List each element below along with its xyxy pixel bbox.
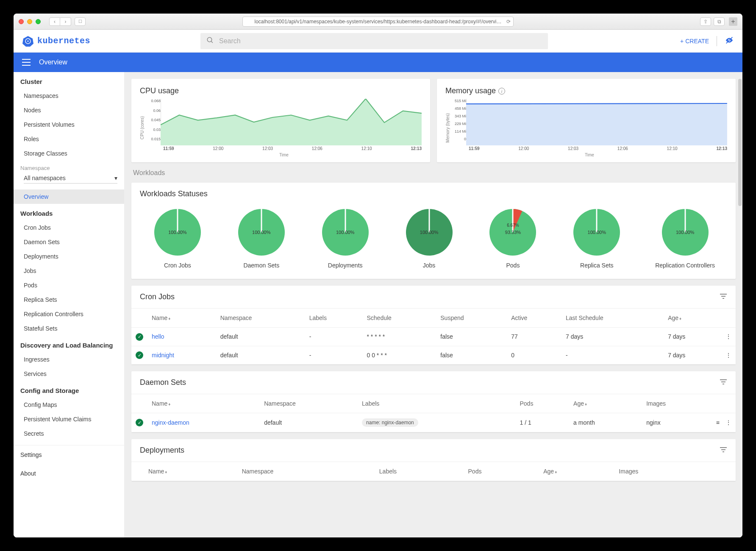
col-suspend[interactable]: Suspend (436, 309, 507, 328)
nav-forward-button[interactable]: › (60, 17, 71, 26)
table-row[interactable]: ✓ midnight default - 0 0 * * * false 0 -… (131, 346, 736, 365)
filter-icon[interactable] (720, 446, 727, 455)
logo[interactable]: kubernetes (22, 35, 90, 47)
refresh-icon[interactable]: ⟳ (506, 19, 511, 25)
col-pods[interactable]: Pods (515, 394, 569, 413)
filter-icon[interactable] (720, 292, 727, 301)
status-item[interactable]: 100.00% Replication Controllers (655, 207, 715, 269)
col-images[interactable]: Images (642, 394, 710, 413)
status-ok-icon: ✓ (136, 351, 143, 359)
menu-icon[interactable] (22, 59, 31, 66)
status-name: Replication Controllers (655, 262, 715, 269)
sidebar-item-settings[interactable]: Settings (14, 445, 124, 464)
info-icon[interactable]: i (498, 88, 505, 95)
col-namespace[interactable]: Namespace (238, 462, 375, 481)
tabs-icon[interactable]: ⧉ (714, 17, 725, 26)
sidebar-item-ingresses[interactable]: Ingresses (14, 352, 124, 367)
sidebar-item-nodes[interactable]: Nodes (14, 103, 124, 117)
share-icon[interactable]: ⇪ (700, 17, 711, 26)
add-tab-button[interactable]: + (729, 17, 737, 26)
sidebar-item-persistent-volumes[interactable]: Persistent Volumes (14, 117, 124, 132)
status-item[interactable]: 100.00% Replica Sets (571, 207, 622, 269)
namespace-select[interactable]: All namespaces ▾ (24, 175, 117, 184)
col-images[interactable]: Images (614, 462, 710, 481)
col-age[interactable]: Age♦ (569, 394, 642, 413)
visibility-off-icon[interactable] (725, 36, 734, 47)
status-name: Replica Sets (580, 262, 614, 269)
col-pods[interactable]: Pods (464, 462, 539, 481)
status-ok-icon: ✓ (136, 333, 143, 341)
status-item[interactable]: 6.67% 93.33% Pods (487, 207, 538, 269)
window-close-icon[interactable] (19, 19, 24, 24)
sidebar-item-pods[interactable]: Pods (14, 278, 124, 292)
status-donut: 100.00% (320, 207, 371, 258)
status-item[interactable]: 100.00% Daemon Sets (236, 207, 287, 269)
table-row[interactable]: ✓ nginx-daemon default name: nginx-daemo… (131, 413, 736, 432)
sidebar-item-config-maps[interactable]: Config Maps (14, 398, 124, 412)
sidebar-item-storage-classes[interactable]: Storage Classes (14, 146, 124, 161)
window-minimize-icon[interactable] (27, 19, 32, 24)
row-menu-icon[interactable]: ⋮ (721, 346, 736, 365)
sidebar-item-replica-sets[interactable]: Replica Sets (14, 292, 124, 307)
resource-link[interactable]: nginx-daemon (152, 419, 189, 426)
row-menu-icon[interactable]: ⋮ (721, 328, 736, 346)
col-name[interactable]: Name♦ (147, 394, 260, 413)
status-donut: 100.00% (236, 207, 287, 258)
sidebar-item-deployments[interactable]: Deployments (14, 249, 124, 264)
page-title-bar: Overview (14, 53, 742, 72)
table-row[interactable]: ✓ hello default - * * * * * false 77 7 d… (131, 328, 736, 346)
sidebar-item-about[interactable]: About (14, 464, 124, 483)
logs-icon[interactable]: ≡ (716, 419, 720, 426)
status-item[interactable]: 100.00% Jobs (404, 207, 455, 269)
sidebar-item-cron-jobs[interactable]: Cron Jobs (14, 220, 124, 235)
col-schedule[interactable]: Schedule (362, 309, 436, 328)
col-active[interactable]: Active (507, 309, 561, 328)
col-name[interactable]: Name♦ (147, 309, 216, 328)
status-pct: 100.00% (336, 230, 354, 235)
col-labels[interactable]: Labels (375, 462, 464, 481)
col-name[interactable]: Name♦ (144, 462, 238, 481)
col-labels[interactable]: Labels (358, 394, 515, 413)
col-namespace[interactable]: Namespace (216, 309, 305, 328)
col-labels[interactable]: Labels (305, 309, 363, 328)
svg-point-3 (207, 37, 212, 42)
filter-icon[interactable] (720, 378, 727, 387)
row-menu-icon[interactable]: ⋮ (725, 419, 731, 426)
sidebar-item-namespaces[interactable]: Namespaces (14, 89, 124, 103)
cpu-y-ticks: 0.068 0.06 0.045 0.03 0.015 (146, 99, 161, 141)
cell-labels: name: nginx-daemon (358, 413, 515, 432)
col-namespace[interactable]: Namespace (260, 394, 358, 413)
sidebar-item-overview[interactable]: Overview (14, 189, 124, 204)
window-maximize-icon[interactable] (36, 19, 41, 24)
sidebar-item-replication-controllers[interactable]: Replication Controllers (14, 307, 124, 321)
cell-images: nginx (642, 413, 710, 432)
memory-usage-card: Memory usage i Memory (bytes) 515 Mi 458… (437, 79, 736, 162)
col-last-schedule[interactable]: Last Schedule (561, 309, 664, 328)
sidebar-item-roles[interactable]: Roles (14, 132, 124, 146)
resource-link[interactable]: midnight (152, 352, 174, 359)
create-button[interactable]: + CREATE (680, 38, 709, 45)
sidebar-item-stateful-sets[interactable]: Stateful Sets (14, 321, 124, 336)
col-age[interactable]: Age♦ (539, 462, 614, 481)
status-item[interactable]: 100.00% Deployments (320, 207, 371, 269)
sidebar-item-pvc[interactable]: Persistent Volume Claims (14, 412, 124, 426)
status-donut: 100.00% (404, 207, 455, 258)
status-pct: 93.33% (505, 230, 521, 235)
sidebar-item-secrets[interactable]: Secrets (14, 426, 124, 441)
status-name: Pods (506, 262, 520, 269)
cell-last: 7 days (561, 328, 664, 346)
col-age[interactable]: Age♦ (664, 309, 721, 328)
scrollbar[interactable] (738, 79, 742, 206)
sidebar-item-services[interactable]: Services (14, 367, 124, 381)
sidebar-item-jobs[interactable]: Jobs (14, 264, 124, 278)
status-pct: 100.00% (588, 230, 606, 235)
resource-link[interactable]: hello (152, 333, 164, 340)
sidebar-section-workloads: Workloads (14, 204, 124, 220)
nav-back-button[interactable]: ‹ (49, 17, 60, 26)
sidebar-toggle-button[interactable]: ☐ (75, 17, 86, 26)
search-input[interactable]: Search (200, 33, 548, 49)
status-item[interactable]: 100.00% Cron Jobs (152, 207, 203, 269)
status-pct: 100.00% (252, 230, 270, 235)
sidebar-item-daemon-sets[interactable]: Daemon Sets (14, 235, 124, 249)
url-bar[interactable]: localhost:8001/api/v1/namespaces/kube-sy… (242, 17, 514, 27)
